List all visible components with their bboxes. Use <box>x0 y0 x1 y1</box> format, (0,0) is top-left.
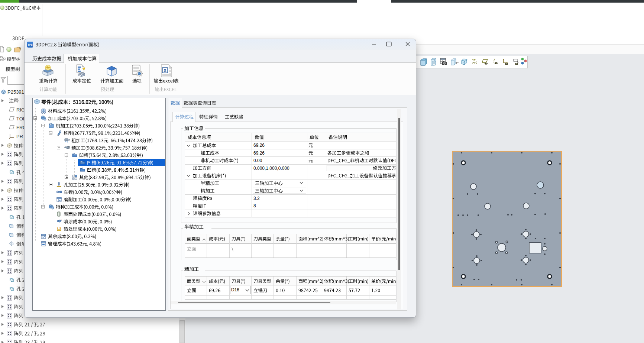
svg-text:DFC: DFC <box>28 43 33 46</box>
svg-text:X: X <box>164 68 166 73</box>
